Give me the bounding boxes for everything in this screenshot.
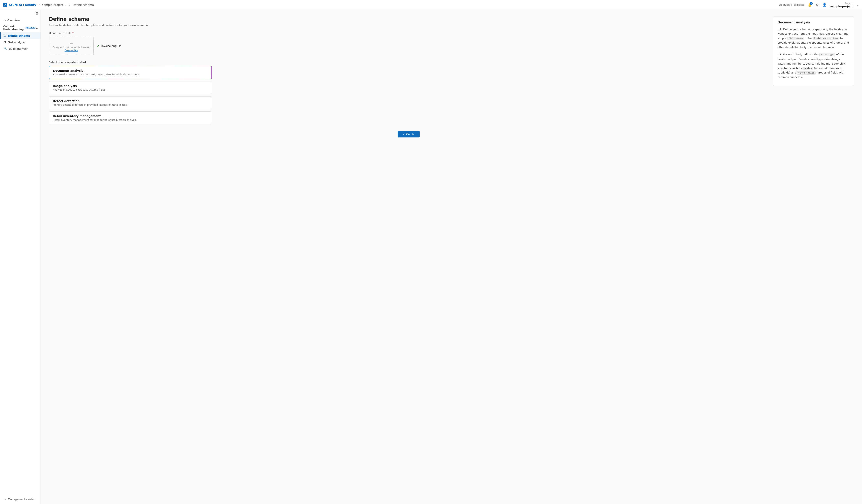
panel-item-2-code2: tables	[802, 67, 813, 70]
sidebar-build-analyzer-label: Build analyzer	[9, 47, 28, 50]
top-navigation: A Azure AI Foundry / sample-project ⌄ / …	[0, 0, 862, 10]
upload-dropzone[interactable]: ☁ Drag and drop one file here or Browse …	[49, 37, 94, 55]
template-card-0[interactable]: Document analysis Analyze documents to e…	[49, 66, 212, 79]
panel-item-1-code2: field descriptions	[813, 37, 839, 40]
home-icon: ⌂	[4, 18, 6, 22]
panel-item-2-code1: value type	[820, 53, 835, 56]
hub-label[interactable]: All hubs + projects	[779, 3, 804, 6]
sidebar-define-schema-label: Define schema	[8, 34, 30, 37]
create-button[interactable]: ✓ Create	[397, 131, 420, 137]
template-0-title: Document analysis	[53, 69, 208, 72]
project-nav[interactable]: sample-project ⌄	[42, 3, 67, 6]
sidebar-section-header[interactable]: Content Understanding PREVIEW ∧	[0, 23, 40, 32]
sidebar-collapse-button[interactable]: ⊡	[36, 11, 38, 15]
create-checkmark-icon: ✓	[403, 133, 405, 136]
panel-item-1-text-mid: . Use	[805, 37, 813, 40]
current-page-label: Define schema	[73, 3, 94, 6]
topnav-left: A Azure AI Foundry / sample-project ⌄ / …	[3, 3, 94, 7]
sidebar-test-analyzer-label: Test analyzer	[8, 41, 25, 44]
browse-file-link[interactable]: Browse file	[65, 49, 78, 52]
sidebar-item-build-analyzer[interactable]: 🔧 Build analyzer	[0, 45, 40, 52]
nav-sep-1: /	[39, 3, 40, 6]
create-button-row: ✓ Create	[49, 131, 768, 137]
file-check-icon: ✔	[97, 44, 100, 48]
sidebar-bottom: → Management center	[0, 494, 40, 502]
define-schema-icon: ⬡	[4, 34, 6, 37]
project-nav-label: sample-project	[42, 3, 63, 6]
right-panel: Document analysis 1. Define your schema …	[768, 16, 854, 86]
template-1-desc: Analyze images to extract structured fie…	[53, 88, 208, 91]
content-panel-wrapper: Define schema Review fields from selecte…	[49, 16, 854, 137]
project-info-name: sample-project	[830, 5, 853, 8]
upload-cloud-icon: ☁	[69, 40, 74, 45]
template-card-1[interactable]: Image analysis Analyze images to extract…	[49, 81, 212, 94]
user-icon[interactable]: 👤	[822, 2, 827, 7]
nav-sep-2: /	[69, 3, 70, 6]
sidebar-overview-label: Overview	[7, 19, 20, 22]
project-expand-chevron[interactable]: ⌄	[857, 3, 859, 6]
settings-icon[interactable]: ⚙	[815, 2, 820, 7]
required-marker: *	[72, 31, 74, 35]
panel-item-1: 1. Define your schema by specifying the …	[778, 27, 850, 50]
upload-row: ☁ Drag and drop one file here or Browse …	[49, 37, 768, 55]
content-main: Define schema Review fields from selecte…	[49, 16, 768, 137]
topnav-right: All hubs + projects 🔔 1 ⚙ 👤 Project samp…	[779, 2, 859, 8]
app-layout: ⊡ ⌂ Overview Content Understanding PREVI…	[0, 10, 862, 504]
template-2-desc: Identify potential defects in provided i…	[53, 104, 208, 106]
section-chevron: ∧	[36, 26, 38, 29]
template-card-2[interactable]: Defect detection Identify potential defe…	[49, 96, 212, 109]
sidebar-item-test-analyzer[interactable]: ⚗ Test analyzer	[0, 39, 40, 45]
panel-card: Document analysis 1. Define your schema …	[773, 16, 854, 86]
template-3-desc: Retail inventory management for monitori…	[53, 119, 208, 121]
sidebar-item-overview[interactable]: ⌂ Overview	[0, 17, 40, 23]
panel-title: Document analysis	[778, 21, 850, 24]
uploaded-file-info: ✔ invoice.png 🗑	[97, 44, 121, 48]
notification-badge: 1	[810, 2, 813, 5]
upload-label: Upload a test file *	[49, 31, 768, 35]
build-analyzer-icon: 🔧	[4, 47, 7, 50]
sidebar-item-define-schema[interactable]: ⬡ Define schema	[0, 32, 40, 39]
management-icon: →	[4, 498, 6, 501]
template-2-title: Defect detection	[53, 100, 208, 103]
project-info: Project sample-project	[830, 2, 853, 8]
delete-file-button[interactable]: 🗑	[118, 44, 121, 48]
create-btn-label: Create	[406, 133, 415, 136]
panel-item-1-code1: field names	[787, 37, 804, 40]
panel-item-2-code3: fixed tables	[797, 71, 815, 75]
bell-icon[interactable]: 🔔 1	[807, 2, 812, 7]
section-header-label: Content Understanding	[3, 25, 24, 31]
sidebar: ⊡ ⌂ Overview Content Understanding PREVI…	[0, 10, 41, 504]
uploaded-filename: invoice.png	[101, 44, 117, 48]
panel-item-2-text-before: For each field, indicate the	[783, 53, 820, 56]
preview-badge: PREVIEW	[25, 27, 36, 29]
template-3-title: Retail inventory management	[53, 115, 208, 118]
project-info-label: Project	[845, 2, 853, 5]
test-analyzer-icon: ⚗	[4, 41, 6, 44]
brand[interactable]: A Azure AI Foundry	[3, 3, 36, 7]
upload-hint-text: Drag and drop one file here or	[53, 46, 90, 49]
project-nav-chevron: ⌄	[65, 3, 67, 6]
sidebar-collapse-area: ⊡	[0, 10, 40, 17]
page-subtitle: Review fields from selected template and…	[49, 24, 768, 27]
topnav-icons: 🔔 1 ⚙ 👤	[807, 2, 827, 7]
brand-icon: A	[3, 3, 7, 7]
sidebar-item-management-center[interactable]: → Management center	[0, 496, 40, 502]
template-section-label: Select one template to start	[49, 61, 768, 64]
page-title: Define schema	[49, 16, 768, 22]
main-content: Define schema Review fields from selecte…	[41, 10, 862, 504]
sidebar-management-label: Management center	[8, 498, 35, 501]
templates-list: Document analysis Analyze documents to e…	[49, 66, 212, 124]
template-0-desc: Analyze documents to extract text, layou…	[53, 73, 208, 76]
brand-label: Azure AI Foundry	[9, 3, 36, 6]
template-1-title: Image analysis	[53, 84, 208, 88]
panel-item-2: 2. For each field, indicate the value ty…	[778, 52, 850, 79]
template-card-3[interactable]: Retail inventory management Retail inven…	[49, 111, 212, 124]
panel-list: 1. Define your schema by specifying the …	[778, 27, 850, 79]
